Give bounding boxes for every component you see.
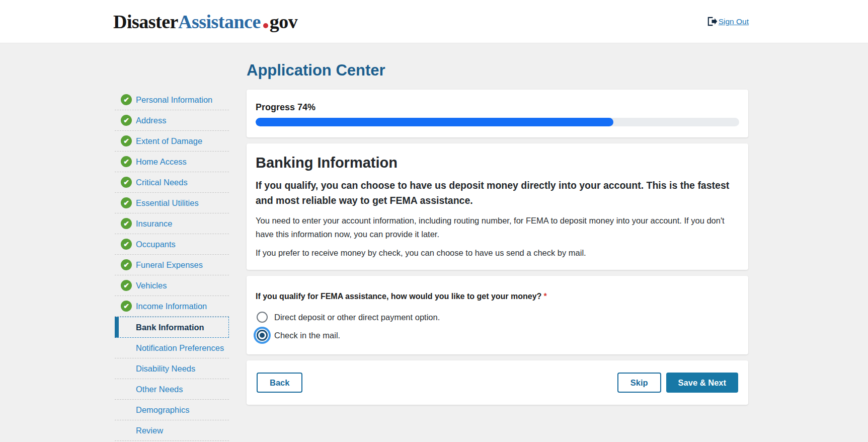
banking-heading: Banking Information [256,154,739,172]
sidebar-item-income-information[interactable]: ✔Income Information [115,296,229,317]
logo-text-gov: gov [270,11,298,32]
main-content: Application Center Progress 74% Banking … [247,60,748,411]
sidebar: ✔Personal Information✔Address✔Extent of … [115,90,229,441]
completed-check-icon: ✔ [121,259,132,270]
banking-paragraph-2: If you prefer to receive money by check,… [256,246,739,260]
sign-out-link[interactable]: Sign Out [706,16,749,27]
logo-text-assistance: Assistance [178,11,261,32]
completed-check-icon: ✔ [121,156,132,167]
sidebar-item-label: Vehicles [136,281,167,290]
sidebar-item-label: Address [136,116,167,125]
sidebar-item-label: Demographics [136,405,189,415]
payment-question-label: If you qualify for FEMA assistance, how … [256,291,739,302]
sidebar-item-review[interactable]: Review [115,420,229,441]
completed-check-icon: ✔ [121,115,132,126]
logo-text-disaster: Disaster [113,11,178,32]
header: DisasterAssistancegov Sign Out [0,0,868,43]
sidebar-item-label: Notification Preferences [136,343,224,353]
sidebar-item-label: Personal Information [136,95,212,105]
progress-label: Progress 74% [256,101,739,114]
skip-button[interactable]: Skip [617,373,661,393]
completed-check-icon: ✔ [121,280,132,291]
sidebar-item-label: Critical Needs [136,178,188,187]
question-text: If you qualify for FEMA assistance, how … [256,292,541,301]
sidebar-item-label: Review [136,426,163,435]
sidebar-item-extent-of-damage[interactable]: ✔Extent of Damage [115,131,229,152]
sidebar-item-label: Other Needs [136,385,183,394]
sidebar-item-occupants[interactable]: ✔Occupants [115,234,229,255]
progress-bar-fill [256,118,613,126]
save-and-next-button[interactable]: Save & Next [666,373,738,393]
radio-option-label: Check in the mail. [274,331,340,340]
sidebar-item-label: Bank Information [136,323,204,332]
completed-check-icon: ✔ [121,197,132,208]
sidebar-item-vehicles[interactable]: ✔Vehicles [115,275,229,296]
banking-lead-text: If you qualify, you can choose to have u… [256,178,739,208]
payment-option-radio-group: Direct deposit or other direct payment o… [256,309,739,343]
sidebar-item-label: Income Information [136,302,207,311]
sidebar-item-insurance[interactable]: ✔Insurance [115,213,229,234]
completed-check-icon: ✔ [121,218,132,229]
site-logo[interactable]: DisasterAssistancegov [113,11,297,33]
progress-bar-track [256,118,739,126]
radio-unselected-icon[interactable] [257,312,268,323]
sidebar-item-label: Extent of Damage [136,136,202,146]
sidebar-item-critical-needs[interactable]: ✔Critical Needs [115,172,229,193]
sidebar-item-disability-needs[interactable]: Disability Needs [115,358,229,379]
banking-info-card: Banking Information If you qualify, you … [247,143,748,270]
page-title: Application Center [247,60,748,81]
radio-option-label: Direct deposit or other direct payment o… [274,313,440,322]
sidebar-item-label: Funeral Expenses [136,260,203,270]
sidebar-item-bank-information[interactable]: Bank Information [115,317,229,338]
sidebar-item-demographics[interactable]: Demographics [115,400,229,420]
completed-check-icon: ✔ [121,94,132,105]
sidebar-item-label: Disability Needs [136,364,195,374]
sidebar-item-label: Essential Utilities [136,198,199,208]
radio-option-1[interactable]: Direct deposit or other direct payment o… [256,309,739,325]
banking-paragraph-1: You need to enter your account informati… [256,214,739,241]
completed-check-icon: ✔ [121,177,132,188]
actions-right-group: Skip Save & Next [617,373,738,393]
sidebar-item-notification-preferences[interactable]: Notification Preferences [115,338,229,358]
required-asterisk: * [543,292,546,301]
sidebar-item-personal-information[interactable]: ✔Personal Information [115,90,229,110]
form-actions-card: Back Skip Save & Next [247,360,748,405]
logo-dot-icon [263,23,268,28]
back-button[interactable]: Back [257,373,302,393]
completed-check-icon: ✔ [121,135,132,146]
sidebar-item-other-needs[interactable]: Other Needs [115,379,229,400]
sidebar-item-label: Insurance [136,219,172,229]
sign-out-label: Sign Out [719,17,749,26]
sign-out-icon [706,16,718,27]
radio-option-2[interactable]: Check in the mail. [256,327,739,343]
sidebar-item-home-access[interactable]: ✔Home Access [115,152,229,172]
sidebar-item-label: Home Access [136,157,187,167]
sidebar-item-label: Occupants [136,240,176,249]
payment-question-card: If you qualify for FEMA assistance, how … [247,276,748,354]
sidebar-item-funeral-expenses[interactable]: ✔Funeral Expenses [115,255,229,275]
completed-check-icon: ✔ [121,301,132,312]
completed-check-icon: ✔ [121,239,132,250]
sidebar-item-address[interactable]: ✔Address [115,110,229,131]
progress-card: Progress 74% [247,90,748,137]
sidebar-item-essential-utilities[interactable]: ✔Essential Utilities [115,193,229,213]
radio-selected-icon[interactable] [257,330,268,341]
